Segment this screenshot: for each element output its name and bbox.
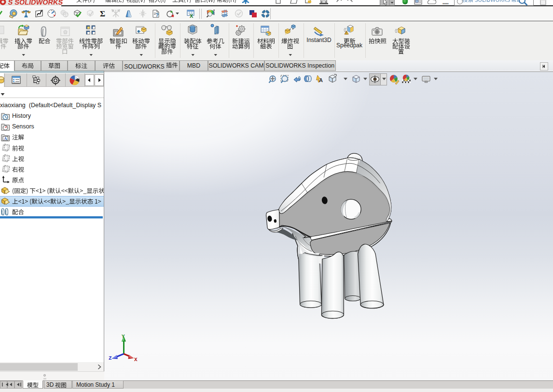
svg-text:A: A	[4, 136, 7, 141]
svg-text:?: ?	[155, 12, 159, 18]
svg-text:Σ: Σ	[100, 9, 105, 18]
svg-text:Z: Z	[109, 355, 112, 361]
svg-text:X: X	[190, 13, 194, 18]
svg-text:Y: Y	[122, 334, 125, 339]
svg-text:A: A	[319, 77, 323, 83]
svg-text:X: X	[134, 357, 138, 362]
svg-text:!: !	[346, 31, 346, 35]
